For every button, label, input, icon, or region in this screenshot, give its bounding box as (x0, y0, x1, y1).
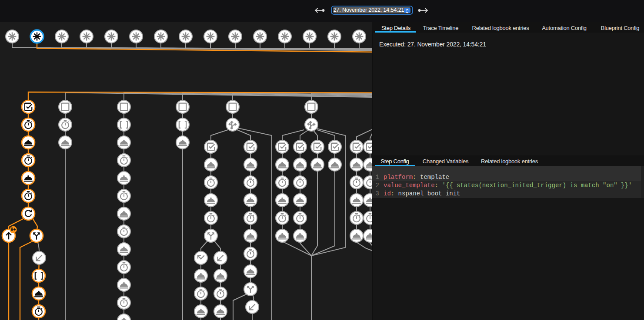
svg-text:9+: 9+ (11, 227, 16, 232)
